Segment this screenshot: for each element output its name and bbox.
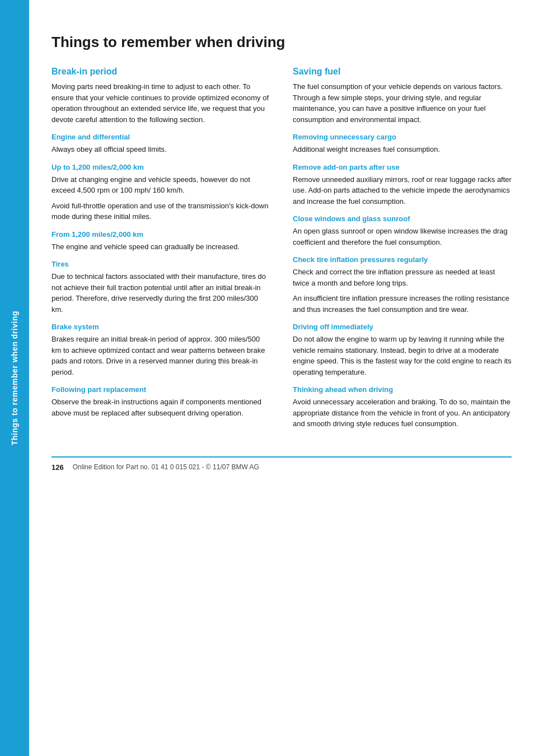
thinking-ahead-heading: Thinking ahead when driving: [293, 385, 512, 394]
up-to-1200-body2: Avoid full-throttle operation and use of…: [51, 200, 270, 222]
driving-off-body: Do not allow the engine to warm up by le…: [293, 334, 512, 377]
thinking-ahead-body: Avoid unnecessary acceleration and braki…: [293, 396, 512, 430]
removing-cargo-body: Additional weight increases fuel consump…: [293, 144, 512, 155]
from-1200-body: The engine and vehicle speed can gradual…: [51, 241, 270, 253]
check-tire-body1: Check and correct the tire inflation pre…: [293, 267, 512, 288]
remove-addon-body: Remove unneeded auxiliary mirrors, roof …: [293, 174, 512, 207]
left-column: Break-in period Moving parts need breaki…: [51, 67, 270, 434]
engine-differential-heading: Engine and differential: [51, 133, 270, 141]
close-windows-body: An open glass sunroof or open window lik…: [293, 226, 512, 248]
page-number: 126: [51, 463, 64, 472]
remove-addon-heading: Remove add-on parts after use: [293, 163, 512, 171]
footer: 126 Online Edition for Part no. 01 41 0 …: [51, 456, 512, 472]
section-break-in-heading: Break-in period: [51, 67, 270, 77]
two-column-layout: Break-in period Moving parts need breaki…: [51, 67, 512, 434]
main-content: Things to remember when driving Break-in…: [29, 0, 534, 494]
check-tire-body2: An insufficient tire inflation pressure …: [293, 293, 512, 315]
removing-cargo-heading: Removing unnecessary cargo: [293, 133, 512, 141]
saving-fuel-heading: Saving fuel: [293, 67, 512, 77]
tires-body: Due to technical factors associated with…: [51, 271, 270, 315]
following-part-body: Observe the break-in instructions again …: [51, 396, 270, 418]
footer-text: Online Edition for Part no. 01 41 0 015 …: [73, 463, 259, 471]
page-title: Things to remember when driving: [51, 34, 512, 51]
saving-fuel-body: The fuel consumption of your vehicle dep…: [293, 81, 512, 125]
up-to-1200-heading: Up to 1,200 miles/2,000 km: [51, 163, 270, 171]
sidebar: Things to remember when driving: [0, 0, 29, 756]
sidebar-label: Things to remember when driving: [10, 311, 19, 445]
check-tire-heading: Check tire inflation pressures regularly: [293, 255, 512, 264]
up-to-1200-body1: Drive at changing engine and vehicle spe…: [51, 174, 270, 196]
driving-off-heading: Driving off immediately: [293, 323, 512, 331]
following-part-heading: Following part replacement: [51, 385, 270, 394]
right-column: Saving fuel The fuel consumption of your…: [293, 67, 512, 434]
from-1200-heading: From 1,200 miles/2,000 km: [51, 230, 270, 239]
tires-heading: Tires: [51, 260, 270, 268]
brake-system-heading: Brake system: [51, 323, 270, 331]
close-windows-heading: Close windows and glass sunroof: [293, 214, 512, 223]
brake-system-body: Brakes require an initial break-in perio…: [51, 334, 270, 377]
engine-differential-body: Always obey all official speed limits.: [51, 144, 270, 155]
section-break-in-body: Moving parts need breaking-in time to ad…: [51, 81, 270, 125]
